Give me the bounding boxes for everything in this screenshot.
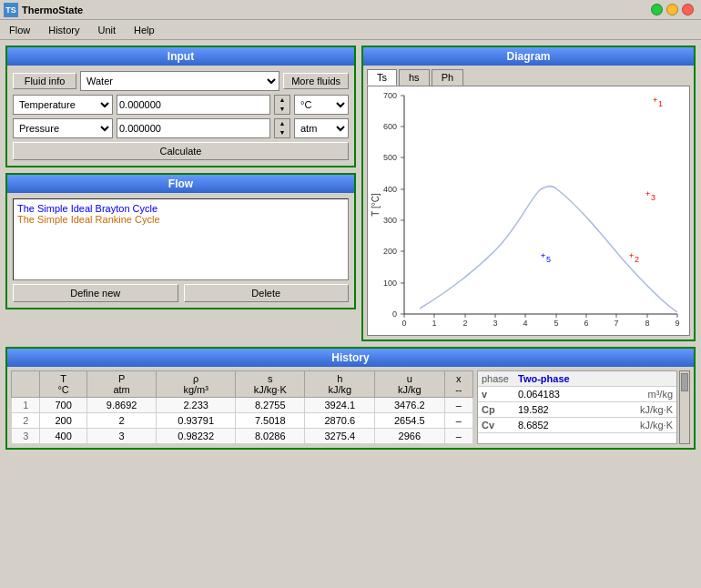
table-row[interactable]: 1 700 9.8692 2.233 8.2755 3924.1 3476.2 … (12, 398, 473, 413)
fluid-info-button[interactable]: Fluid info (13, 73, 76, 89)
x-axis-title: s [kJ/kg·K] (520, 331, 562, 332)
col-rho-header: ρ kg/m³ (157, 371, 236, 398)
x-label-4: 4 (523, 319, 527, 328)
title-bar: TS ThermoState (0, 0, 701, 20)
point-5-label: 5 (546, 255, 551, 264)
pressure-row: Pressure ▲ ▼ atm (13, 118, 349, 138)
point-3-marker: + (645, 189, 650, 198)
param2-type-select[interactable]: Pressure (13, 118, 113, 138)
history-table-wrap: T °C P atm ρ kg/m³ (11, 370, 473, 444)
top-row: Input Fluid info Water More fluids Tempe… (5, 46, 696, 341)
fluid-select[interactable]: Water (80, 71, 279, 91)
param1-spinner[interactable]: ▲ ▼ (274, 95, 290, 115)
y-axis-title: T [°C] (371, 193, 381, 217)
scrollbar-thumb[interactable] (681, 373, 688, 391)
calculate-button[interactable]: Calculate (13, 142, 349, 160)
tab-ph[interactable]: Ph (432, 69, 463, 86)
y-label-700: 700 (383, 91, 397, 100)
main-content: Input Fluid info Water More fluids Tempe… (0, 40, 701, 455)
define-new-button[interactable]: Define new (13, 284, 178, 302)
y-label-0: 0 (392, 309, 397, 319)
diagram-panel-title: Diagram (363, 47, 694, 66)
param2-up-button[interactable]: ▲ (275, 119, 290, 128)
x-label-2: 2 (462, 319, 467, 328)
flow-item-rankine[interactable]: The Simple Ideal Rankine Cycle (17, 214, 344, 225)
input-panel: Input Fluid info Water More fluids Tempe… (5, 46, 356, 167)
window-controls (651, 4, 694, 15)
x-label-1: 1 (432, 319, 436, 328)
fluid-row: Fluid info Water More fluids (13, 71, 349, 91)
flow-item-brayton[interactable]: The Simple Ideal Brayton Cycle (17, 203, 344, 214)
table-row[interactable]: 2 200 2 0.93791 7.5018 2870.6 2654.5 – (12, 413, 473, 429)
point-5-marker: + (541, 251, 545, 260)
close-button[interactable] (682, 4, 694, 15)
x-label-3: 3 (493, 319, 497, 328)
saturation-dome (420, 187, 677, 312)
param1-down-button[interactable]: ▼ (275, 105, 290, 114)
menu-flow[interactable]: Flow (4, 23, 36, 37)
col-P-header: P atm (86, 371, 157, 398)
menu-unit[interactable]: Unit (92, 23, 121, 37)
x-label-7: 7 (614, 319, 618, 328)
history-body: T °C P atm ρ kg/m³ (7, 367, 694, 448)
point-2-marker: + (629, 251, 634, 260)
properties-area: phase Two-phase v 0.064183 m³/kg Cp 19.5… (477, 370, 690, 444)
flow-panel: Flow The Simple Ideal Brayton Cycle The … (5, 173, 356, 309)
y-label-400: 400 (383, 185, 397, 194)
history-panel-title: History (7, 349, 694, 367)
point-2-label: 2 (635, 255, 639, 264)
tab-hs[interactable]: hs (399, 69, 430, 86)
maximize-button[interactable] (666, 4, 678, 15)
app-icon: TS (4, 3, 18, 17)
prop-cp-row: Cp 19.582 kJ/kg·K (478, 402, 676, 418)
col-x-header: x -- (444, 371, 472, 398)
x-label-5: 5 (554, 319, 558, 328)
col-num-header (12, 371, 40, 398)
point-1-marker: + (653, 96, 657, 105)
x-label-0: 0 (401, 319, 406, 328)
param2-spinner[interactable]: ▲ ▼ (274, 118, 290, 138)
x-label-9: 9 (675, 319, 679, 328)
phase-row: phase Two-phase (478, 371, 676, 387)
properties-scrollbar[interactable] (679, 370, 690, 444)
col-h-header: h kJ/kg (305, 371, 375, 398)
y-label-300: 300 (383, 216, 397, 225)
param2-unit-select[interactable]: atm (294, 118, 349, 138)
col-s-header: s kJ/kg·K (235, 371, 305, 398)
point-1-label: 1 (658, 99, 663, 108)
param2-down-button[interactable]: ▼ (275, 128, 290, 137)
col-T-header: T °C (40, 371, 86, 398)
diagram-tabs: Ts hs Ph (363, 66, 694, 86)
table-row[interactable]: 3 400 3 0.98232 8.0286 3275.4 2966 – (12, 429, 473, 444)
x-label-6: 6 (584, 319, 588, 328)
flow-list[interactable]: The Simple Ideal Brayton Cycle The Simpl… (13, 198, 349, 280)
param1-type-select[interactable]: Temperature (13, 95, 113, 115)
y-label-500: 500 (383, 153, 397, 162)
diagram-canvas: 0 100 200 300 400 500 600 700 (367, 86, 690, 336)
history-table: T °C P atm ρ kg/m³ (11, 370, 473, 444)
menu-help[interactable]: Help (128, 23, 160, 37)
param1-value-input[interactable] (117, 95, 270, 115)
temperature-row: Temperature ▲ ▼ °C (13, 95, 349, 115)
minimize-button[interactable] (651, 4, 663, 15)
delete-button[interactable]: Delete (184, 284, 350, 302)
app-title: ThermoState (22, 5, 83, 15)
properties-panel: phase Two-phase v 0.064183 m³/kg Cp 19.5… (477, 370, 677, 444)
col-u-header: u kJ/kg (375, 371, 445, 398)
param2-value-input[interactable] (117, 118, 270, 138)
prop-cv-row: Cv 8.6852 kJ/kg·K (478, 418, 676, 433)
diagram-panel: Diagram Ts hs Ph (361, 46, 696, 341)
y-label-100: 100 (383, 279, 397, 288)
param1-up-button[interactable]: ▲ (275, 96, 290, 105)
tab-ts[interactable]: Ts (367, 69, 397, 86)
y-label-600: 600 (383, 122, 397, 131)
menu-history[interactable]: History (43, 23, 85, 37)
param1-unit-select[interactable]: °C (294, 95, 349, 115)
diagram-svg: 0 100 200 300 400 500 600 700 (368, 86, 682, 332)
point-3-label: 3 (651, 193, 655, 202)
menu-bar: Flow History Unit Help (0, 20, 701, 40)
y-label-200: 200 (383, 247, 397, 256)
input-panel-title: Input (7, 47, 354, 66)
more-fluids-button[interactable]: More fluids (283, 73, 349, 89)
x-label-8: 8 (645, 319, 649, 328)
